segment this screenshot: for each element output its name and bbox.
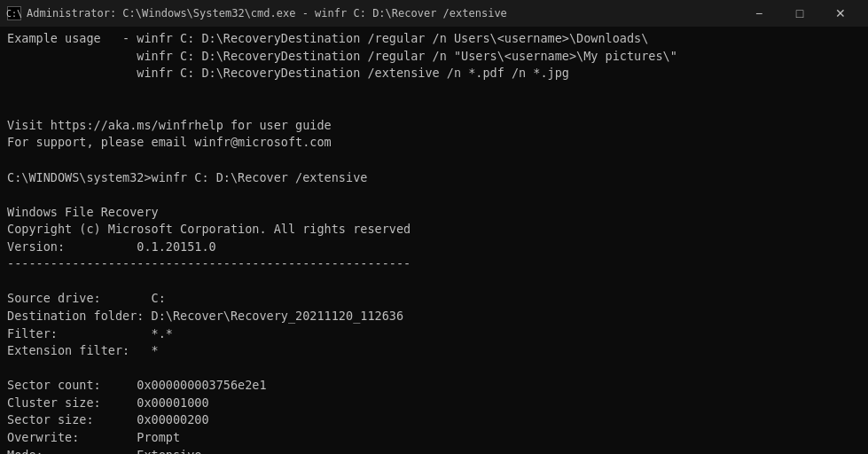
terminal-line [7,360,861,378]
terminal-line: Extension filter: * [7,342,861,360]
terminal-line: Filter: *.* [7,325,861,343]
terminal-line: Sector count: 0x000000003756e2e1 [7,377,861,395]
title-bar: C:\ Administrator: C:\Windows\System32\c… [0,0,868,27]
terminal-line: ----------------------------------------… [7,255,861,273]
terminal-line [7,186,861,204]
terminal-line: Copyright (c) Microsoft Corporation. All… [7,221,861,239]
terminal-line: Example usage - winfr C: D:\RecoveryDest… [7,30,861,48]
terminal-line: Version: 0.1.20151.0 [7,239,861,256]
terminal-line [7,82,861,100]
terminal-line: Mode: Extensive [7,447,861,455]
terminal-line: C:\WINDOWS\system32>winfr C: D:\Recover … [7,169,861,187]
title-bar-left: C:\ Administrator: C:\Windows\System32\c… [7,6,507,20]
terminal-content: Example usage - winfr C: D:\RecoveryDest… [0,27,868,454]
terminal-line: Destination folder: D:\Recover\Recovery_… [7,308,861,325]
terminal-line: Overwrite: Prompt [7,429,861,447]
terminal-line [7,99,861,117]
terminal-line: Source drive: C: [7,290,861,308]
terminal-line [7,273,861,291]
terminal-line: Cluster size: 0x00001000 [7,395,861,412]
title-bar-title: Administrator: C:\Windows\System32\cmd.e… [27,7,507,20]
terminal-line: winfr C: D:\RecoveryDestination /regular… [7,48,861,66]
minimize-button[interactable]: − [739,0,779,27]
cmd-icon: C:\ [7,6,21,20]
close-button[interactable]: ✕ [820,0,861,27]
terminal-line: For support, please email winfr@microsof… [7,134,861,152]
terminal-line: winfr C: D:\RecoveryDestination /extensi… [7,65,861,82]
maximize-button[interactable]: □ [779,0,820,27]
title-bar-controls: − □ ✕ [739,0,861,27]
terminal-line [7,152,861,169]
terminal-line: Windows File Recovery [7,204,861,222]
terminal-line: Visit https://aka.ms/winfrhelp for user … [7,117,861,135]
terminal-line: Sector size: 0x00000200 [7,411,861,429]
